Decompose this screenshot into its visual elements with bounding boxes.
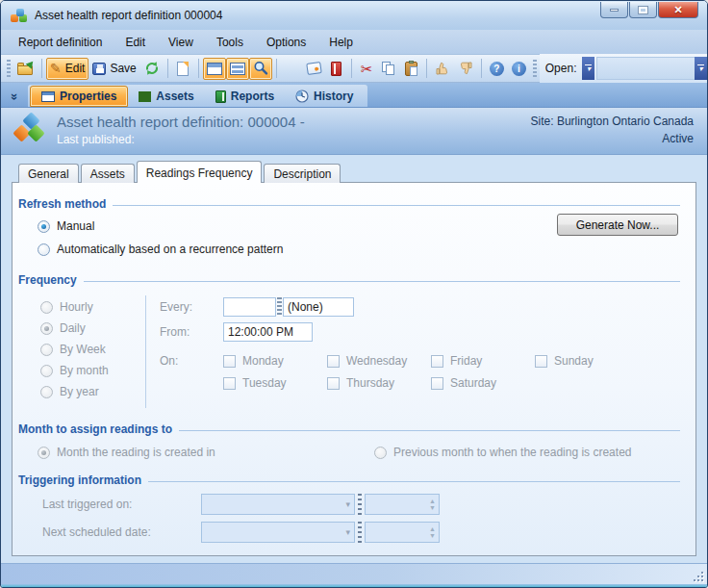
menu-options[interactable]: Options xyxy=(266,36,306,49)
checkbox-tuesday[interactable]: Tuesday xyxy=(223,376,327,390)
cut-button[interactable]: ✂ xyxy=(356,58,378,80)
help-button[interactable]: ? xyxy=(486,58,508,80)
close-button[interactable]: ✕ xyxy=(658,2,698,18)
checkbox-box[interactable] xyxy=(223,377,236,390)
content-area: General Assets Readings Frequency Descri… xyxy=(1,155,707,563)
scissors-icon: ✂ xyxy=(361,62,373,76)
paste-button[interactable] xyxy=(400,58,422,80)
month-option-current[interactable]: Month the reading is created in xyxy=(38,446,374,459)
every-input[interactable] xyxy=(223,297,276,317)
new-page-button[interactable] xyxy=(172,58,194,80)
refresh-option-automatic[interactable]: Automatically based on a recurrence patt… xyxy=(38,243,680,256)
radio-by-week[interactable] xyxy=(40,344,53,356)
checkbox-box[interactable] xyxy=(327,355,340,368)
checkbox-box[interactable] xyxy=(223,355,236,368)
toolbar-grip[interactable] xyxy=(7,60,11,77)
tab-reports[interactable]: Reports xyxy=(205,86,285,107)
collapse-button[interactable]: » xyxy=(7,86,24,107)
resize-grip[interactable] xyxy=(692,570,703,581)
month-option-previous[interactable]: Previous month to when the reading is cr… xyxy=(374,446,631,459)
checkbox-wednesday-label: Wednesday xyxy=(346,354,407,368)
checkbox-monday[interactable]: Monday xyxy=(223,354,327,368)
checkbox-box[interactable] xyxy=(535,355,547,368)
triggering-heading: Triggering information xyxy=(18,473,680,487)
radio-manual[interactable] xyxy=(38,220,50,233)
checkbox-saturday[interactable]: Saturday xyxy=(431,376,535,390)
frequency-option-daily[interactable]: Daily xyxy=(40,321,145,335)
checkbox-thursday[interactable]: Thursday xyxy=(327,376,431,390)
save-button[interactable]: Save xyxy=(88,58,139,80)
last-triggered-date-dropdown[interactable]: ▾ xyxy=(201,494,355,515)
radio-manual-label: Manual xyxy=(57,219,94,233)
checkbox-wednesday[interactable]: Wednesday xyxy=(327,354,431,368)
toolbar-grip[interactable] xyxy=(533,60,537,77)
last-triggered-time-spinner[interactable]: ▲▼ xyxy=(365,494,440,515)
send-button[interactable] xyxy=(303,58,325,80)
menu-help[interactable]: Help xyxy=(329,36,353,49)
menu-tools[interactable]: Tools xyxy=(216,36,243,49)
from-time-input[interactable] xyxy=(223,322,313,342)
restore-button[interactable] xyxy=(629,2,657,18)
heading-divider xyxy=(148,481,680,482)
tab-general[interactable]: General xyxy=(18,164,79,183)
checkbox-sunday[interactable]: Sunday xyxy=(535,354,639,368)
thumbs-down-icon xyxy=(458,61,473,76)
every-unit-box[interactable]: (None) xyxy=(283,297,354,317)
weekday-checkboxes: Monday Wednesday Friday xyxy=(223,354,639,390)
status-bar xyxy=(1,563,707,584)
frequency-option-by-year[interactable]: By year xyxy=(40,385,145,398)
log-button[interactable] xyxy=(325,58,347,80)
frequency-option-by-week[interactable]: By Week xyxy=(40,343,145,356)
record-header-text: Asset health report definition: 000004 -… xyxy=(57,114,531,146)
next-scheduled-date-dropdown[interactable]: ▾ xyxy=(201,522,355,543)
window-controls: ✕ xyxy=(600,2,698,18)
checkbox-friday[interactable]: Friday xyxy=(431,354,535,368)
panel-top-icon xyxy=(207,63,222,75)
checkbox-thursday-label: Thursday xyxy=(346,376,394,390)
menu-edit[interactable]: Edit xyxy=(125,36,145,49)
checkbox-box[interactable] xyxy=(327,377,340,390)
open-combobox[interactable] xyxy=(596,57,695,80)
radio-by-year[interactable] xyxy=(40,386,53,398)
thumbs-down-button[interactable] xyxy=(454,58,477,80)
checkbox-box[interactable] xyxy=(431,355,443,368)
menu-report-definition[interactable]: Report definition xyxy=(18,36,102,49)
toolbar-separator xyxy=(167,59,168,78)
toolbar: ✎ Edit Save xyxy=(1,54,707,83)
info-button[interactable]: i xyxy=(508,58,530,80)
radio-by-month[interactable] xyxy=(40,365,53,377)
tab-assets-inner[interactable]: Assets xyxy=(81,164,135,183)
spinner-arrows-icon: ▲▼ xyxy=(429,526,436,538)
frequency-detail: Every: (None) From: On: xyxy=(146,295,680,408)
tab-description[interactable]: Description xyxy=(264,164,341,183)
window-title: Asset health report definition 000004 xyxy=(35,9,222,22)
minimize-button[interactable] xyxy=(600,2,628,18)
radio-month-previous[interactable] xyxy=(374,447,387,459)
thumbs-up-button[interactable] xyxy=(431,58,454,80)
frequency-option-by-month[interactable]: By month xyxy=(40,364,145,377)
copy-button[interactable] xyxy=(378,58,400,80)
frequency-option-hourly[interactable]: Hourly xyxy=(40,300,145,314)
radio-automatic[interactable] xyxy=(38,243,50,256)
checkbox-box[interactable] xyxy=(431,377,443,390)
zoom-button[interactable] xyxy=(249,58,272,80)
exit-button[interactable] xyxy=(13,58,38,80)
open-dropdown-button[interactable]: ▾ xyxy=(695,57,707,80)
view-rows-button[interactable] xyxy=(226,58,249,80)
refresh-button[interactable] xyxy=(140,58,164,80)
windows-button[interactable] xyxy=(281,58,303,80)
tab-assets[interactable]: Assets xyxy=(128,86,204,107)
edit-button[interactable]: ✎ Edit xyxy=(46,58,88,80)
radio-month-current[interactable] xyxy=(38,447,50,459)
radio-hourly[interactable] xyxy=(40,301,53,314)
next-scheduled-time-spinner[interactable]: ▲▼ xyxy=(365,522,440,543)
open-overflow-button[interactable]: ▾ xyxy=(582,57,594,80)
radio-daily[interactable] xyxy=(40,322,53,335)
every-spinner[interactable] xyxy=(277,297,282,317)
tab-history[interactable]: History xyxy=(285,86,364,107)
view-top-panel-button[interactable] xyxy=(203,58,226,80)
tab-properties[interactable]: Properties xyxy=(30,86,128,107)
menu-view[interactable]: View xyxy=(168,36,193,49)
generate-now-button[interactable]: Generate Now... xyxy=(557,214,678,236)
tab-readings-frequency[interactable]: Readings Frequency xyxy=(137,161,263,183)
